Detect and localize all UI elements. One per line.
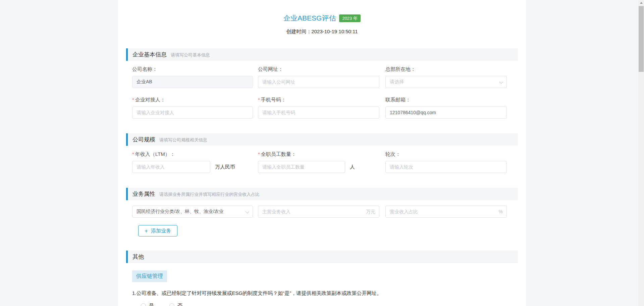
headquarters-select-placeholder: 请选择	[390, 79, 404, 85]
main-revenue-input-group: 万元	[258, 206, 379, 218]
industry-select[interactable]: 国民经济行业分类/农、林、牧、渔业/农业	[132, 206, 253, 218]
required-mark: *	[132, 151, 134, 157]
field-company-name: 公司名称：	[132, 66, 258, 88]
section-header-basic-info: 企业基本信息 请填写公司基本信息	[126, 48, 518, 61]
revenue-ratio-input[interactable]	[385, 206, 507, 218]
annual-revenue-input-group: 万人民币	[132, 161, 258, 173]
section-header-company-scale: 公司规模 请填写公司规模相关信息	[126, 133, 518, 146]
employee-count-label: *全职员工数量：	[258, 151, 385, 158]
vertical-scrollbar[interactable]	[638, 0, 644, 306]
field-headquarters: 总部所在地： 请选择	[385, 66, 507, 88]
year-badge: 2023 年	[339, 14, 361, 22]
section-header-other: 其他	[126, 251, 518, 263]
funding-round-input[interactable]	[385, 161, 507, 173]
radio-option-no-label: 否	[177, 303, 182, 306]
annual-revenue-unit: 万人民币	[215, 164, 235, 170]
contact-person-label: *企业对接人：	[132, 97, 258, 103]
phone-label: *手机号码：	[258, 97, 385, 103]
contact-person-label-text: 企业对接人：	[135, 97, 165, 102]
radio-circle-icon[interactable]	[169, 303, 174, 306]
page-viewport: 企业ABESG评估 2023 年 创建时间：2023-10-19 10:50:1…	[0, 0, 644, 306]
annual-revenue-label-text: 年收入（LTM）：	[135, 151, 175, 157]
section-title: 企业基本信息	[132, 51, 167, 58]
required-mark: *	[132, 97, 134, 102]
plus-icon: +	[145, 228, 148, 234]
company-name-input[interactable]	[132, 76, 253, 88]
field-main-revenue: 万元	[258, 206, 385, 218]
field-email: 联系邮箱：	[385, 97, 507, 119]
section-header-business-attributes: 业务属性 请选择业务所属行业并填写相应行业的营业收入占比	[126, 188, 518, 200]
email-label: 联系邮箱：	[385, 97, 507, 103]
chevron-down-icon	[246, 210, 249, 214]
scrollbar-thumb[interactable]	[639, 6, 644, 72]
required-mark: *	[258, 97, 260, 102]
phone-label-text: 手机号码：	[261, 97, 286, 102]
annual-revenue-input[interactable]	[132, 161, 210, 173]
section-title: 公司规模	[132, 136, 155, 143]
question-1-text: 1.公司准备、或已经制定了针对可持续发展或ESG的制度文件吗？如“是”，请提供相…	[132, 289, 511, 298]
field-phone: *手机号码：	[258, 97, 385, 119]
employee-count-label-text: 全职员工数量：	[261, 151, 296, 157]
field-industry: 国民经济行业分类/农、林、牧、渔业/农业	[132, 206, 258, 218]
field-contact-person: *企业对接人：	[132, 97, 258, 119]
employee-count-unit: 人	[350, 164, 355, 170]
field-annual-revenue: *年收入（LTM）： 万人民币	[132, 151, 258, 173]
add-business-button[interactable]: + 添加业务	[138, 225, 177, 236]
page-title: 企业ABESG评估	[283, 13, 336, 23]
supply-chain-tag-1: 供应链管理	[132, 270, 167, 282]
contact-person-input[interactable]	[132, 106, 253, 119]
section-title: 其他	[132, 253, 144, 261]
created-time: 创建时间：2023-10-19 10:50:11	[126, 29, 518, 35]
employee-count-input[interactable]	[258, 161, 345, 173]
business-attributes-fields: 国民经济行业分类/农、林、牧、渔业/农业 万元 %	[126, 206, 518, 236]
basic-row-1: 公司名称： 公司网址： 总部所在地： 请选择	[132, 66, 518, 88]
radio-option-no[interactable]: 否	[169, 303, 182, 306]
headquarters-label: 总部所在地：	[385, 66, 507, 73]
field-revenue-ratio: %	[385, 206, 507, 218]
basic-row-2: *企业对接人： *手机号码： 联系邮箱：	[132, 97, 518, 119]
main-revenue-unit: 万元	[366, 206, 375, 218]
chevron-down-icon	[499, 80, 503, 84]
page-header: 企业ABESG评估 2023 年	[126, 13, 518, 23]
industry-select-value: 国民经济行业分类/农、林、牧、渔业/农业	[137, 209, 224, 215]
add-business-button-label: 添加业务	[151, 228, 171, 234]
scrollbar-up-button[interactable]	[638, 0, 644, 6]
website-label: 公司网址：	[258, 66, 385, 73]
employee-count-input-group: 人	[258, 161, 385, 173]
field-website: 公司网址：	[258, 66, 385, 88]
section-hint: 请填写公司规模相关信息	[159, 137, 207, 143]
section-title: 业务属性	[132, 190, 155, 198]
business-row: 国民经济行业分类/农、林、牧、渔业/农业 万元 %	[132, 206, 518, 218]
field-employee-count: *全职员工数量： 人	[258, 151, 385, 173]
radio-option-yes[interactable]: 是	[141, 303, 154, 306]
funding-round-label: 轮次：	[385, 151, 507, 158]
question-1-options: 是 否	[141, 303, 518, 306]
section-hint: 请选择业务所属行业并填写相应行业的营业收入占比	[159, 191, 260, 198]
website-input[interactable]	[258, 76, 379, 88]
email-input[interactable]	[385, 106, 507, 119]
field-funding-round: 轮次：	[385, 151, 507, 173]
radio-circle-icon[interactable]	[141, 303, 146, 306]
annual-revenue-label: *年收入（LTM）：	[132, 151, 258, 158]
required-mark: *	[258, 151, 260, 157]
phone-input[interactable]	[258, 106, 379, 119]
headquarters-select[interactable]: 请选择	[385, 76, 507, 88]
main-revenue-input[interactable]	[258, 206, 379, 218]
form-card: 企业ABESG评估 2023 年 创建时间：2023-10-19 10:50:1…	[118, 0, 526, 306]
revenue-ratio-unit: %	[499, 206, 503, 218]
company-scale-fields: *年收入（LTM）： 万人民币 *全职员工数量： 人 轮次：	[126, 151, 518, 173]
scroll-up-arrow-icon	[640, 2, 643, 4]
basic-info-fields: 公司名称： 公司网址： 总部所在地： 请选择 *企业对接人：	[126, 66, 518, 119]
radio-option-yes-label: 是	[149, 303, 154, 306]
section-hint: 请填写公司基本信息	[171, 52, 210, 58]
revenue-ratio-input-group: %	[385, 206, 507, 218]
company-name-label: 公司名称：	[132, 66, 258, 73]
scale-row: *年收入（LTM）： 万人民币 *全职员工数量： 人 轮次：	[132, 151, 518, 173]
